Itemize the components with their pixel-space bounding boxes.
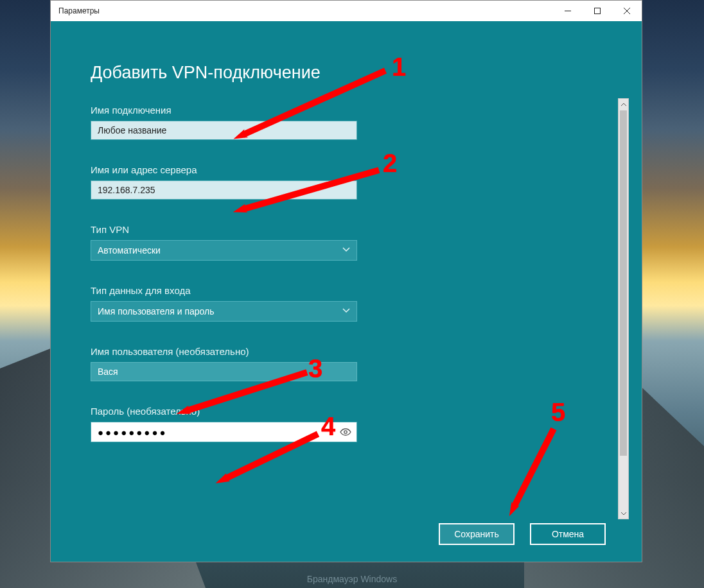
annotation-number-3: 3 bbox=[308, 354, 322, 383]
save-button[interactable]: Сохранить bbox=[439, 523, 515, 545]
annotation-number-4: 4 bbox=[321, 412, 335, 441]
page-title: Добавить VPN-подключение bbox=[91, 63, 602, 83]
connection-name-input[interactable] bbox=[91, 121, 357, 140]
password-input[interactable] bbox=[91, 422, 357, 442]
maximize-button[interactable] bbox=[583, 1, 612, 21]
svg-rect-1 bbox=[595, 8, 601, 13]
annotation-number-5: 5 bbox=[551, 398, 565, 427]
scroll-down-arrow[interactable] bbox=[619, 508, 628, 519]
svg-point-4 bbox=[344, 431, 347, 433]
server-address-label: Имя или адрес сервера bbox=[91, 164, 602, 175]
annotation-number-1: 1 bbox=[392, 53, 406, 82]
chevron-down-icon bbox=[342, 245, 350, 255]
cancel-button[interactable]: Отмена bbox=[530, 523, 606, 545]
cancel-button-label: Отмена bbox=[552, 529, 584, 539]
settings-panel: Добавить VPN-подключение Имя подключения… bbox=[50, 21, 642, 562]
reveal-password-icon[interactable] bbox=[339, 426, 352, 438]
password-label: Пароль (необязательно) bbox=[91, 406, 602, 417]
signin-type-value: Имя пользователя и пароль bbox=[98, 306, 215, 316]
close-button[interactable] bbox=[612, 1, 642, 21]
scroll-thumb[interactable] bbox=[620, 110, 627, 456]
window-title: Параметры bbox=[58, 6, 100, 15]
scroll-up-arrow[interactable] bbox=[619, 99, 628, 110]
username-label: Имя пользователя (необязательно) bbox=[91, 346, 602, 357]
vpn-type-value: Автоматически bbox=[98, 245, 161, 255]
annotation-number-2: 2 bbox=[383, 149, 397, 178]
background-link-text: Брандмауэр Windows bbox=[307, 574, 397, 584]
vpn-type-dropdown[interactable]: Автоматически bbox=[91, 240, 357, 261]
vertical-scrollbar[interactable] bbox=[618, 98, 629, 519]
save-button-label: Сохранить bbox=[454, 529, 499, 539]
chevron-down-icon bbox=[342, 306, 350, 316]
signin-type-label: Тип данных для входа bbox=[91, 285, 602, 296]
connection-name-label: Имя подключения bbox=[91, 105, 602, 116]
vpn-type-label: Тип VPN bbox=[91, 224, 602, 235]
window-controls bbox=[553, 1, 642, 21]
signin-type-dropdown[interactable]: Имя пользователя и пароль bbox=[91, 301, 357, 322]
window-titlebar: Параметры bbox=[50, 0, 642, 21]
minimize-button[interactable] bbox=[553, 1, 583, 21]
server-address-input[interactable] bbox=[91, 180, 357, 200]
